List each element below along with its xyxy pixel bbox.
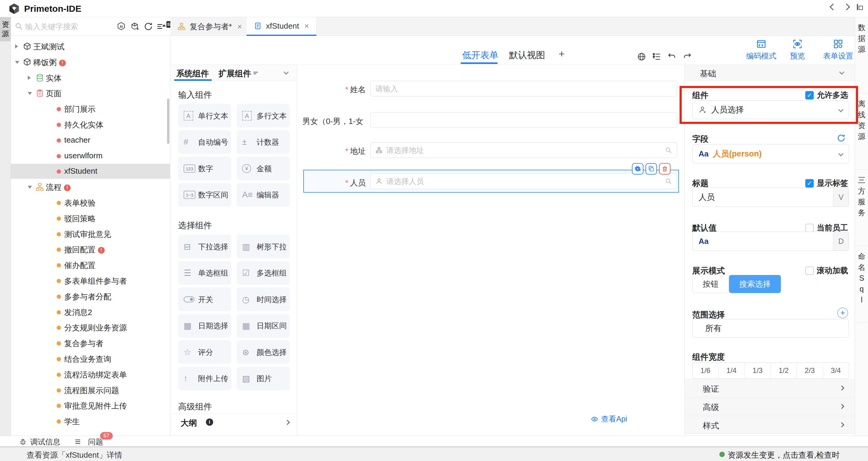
field-copy-button[interactable] <box>646 163 657 175</box>
inspector-header[interactable]: 基础 <box>685 65 855 81</box>
display-mode-button-option[interactable]: 按钮 <box>692 275 729 293</box>
tree-expand-icon[interactable] <box>15 44 18 49</box>
tab-xfstudent[interactable]: xfStudent × <box>247 17 316 36</box>
show-label-checkbox[interactable]: ✓ 显示标签 <box>805 178 848 188</box>
problems-list-icon[interactable] <box>74 438 82 445</box>
debug-info-button[interactable]: 调试信息 <box>30 437 60 447</box>
tab-extension-components[interactable]: 扩展组件 <box>219 68 251 79</box>
tree-item-学生[interactable]: 学生 <box>11 414 170 429</box>
rail-tab-命名Sql[interactable]: 命名Sql <box>855 246 868 322</box>
form-settings-button[interactable]: 表单设置 <box>818 39 858 61</box>
person-input[interactable] <box>370 173 677 189</box>
rail-tab-数据源[interactable]: 数据源 <box>855 17 868 93</box>
default-dynamic-button[interactable]: D <box>833 232 849 250</box>
tree-item-复合参与者[interactable]: 复合参与者 <box>11 336 170 351</box>
globe-icon[interactable] <box>637 52 646 61</box>
field-delete-button[interactable] <box>659 163 671 175</box>
tree-item-页面[interactable]: 页面 <box>11 86 170 101</box>
palette-item-评分[interactable]: ☆评分 <box>178 340 231 364</box>
tree-item-分支规则业务资源[interactable]: 分支规则业务资源 <box>11 320 170 335</box>
outline-tree-icon[interactable] <box>652 52 661 61</box>
name-input-field[interactable] <box>375 85 672 93</box>
section-validation[interactable]: 验证 <box>685 379 855 397</box>
range-value-box[interactable]: 所有 <box>692 319 849 338</box>
debug-bug-icon[interactable] <box>19 437 27 445</box>
redo-icon[interactable] <box>683 52 692 61</box>
palette-list-icon[interactable] <box>252 70 259 77</box>
nav-forward-icon[interactable] <box>844 4 849 10</box>
palette-item-多行文本[interactable]: A多行文本 <box>237 104 290 127</box>
component-type-select[interactable]: 人员选择 <box>692 100 849 119</box>
field-binding-select[interactable]: Aa 人员(person) <box>692 144 849 163</box>
tree-item-xfStudent[interactable]: xfStudent <box>11 164 170 179</box>
palette-item-单行文本[interactable]: A单行文本 <box>178 104 231 127</box>
palette-item-单选框组[interactable]: ☰单选框组 <box>178 261 231 285</box>
default-value-input[interactable]: Aa D <box>692 232 849 251</box>
display-mode-search-option[interactable]: 搜索选择 <box>729 275 781 293</box>
tab-system-components[interactable]: 系统组件 <box>176 68 209 79</box>
tree-scrollbar[interactable] <box>167 99 169 144</box>
ai-assistant-icon[interactable]: AI <box>116 22 126 31</box>
tree-item-撤回配置[interactable]: 撤回配置! <box>11 242 170 257</box>
resource-changed-message[interactable]: 资源发生变更，点击查看,检查时间:14:23 <box>728 450 868 461</box>
palette-item-颜色选择[interactable]: ⊛颜色选择 <box>237 340 290 364</box>
width-option-1/6[interactable]: 1/6 <box>692 363 719 378</box>
tab-lowcode-form[interactable]: 低开表单 <box>462 49 498 62</box>
palette-item-自动编号[interactable]: #自动编号 <box>178 130 231 154</box>
tree-item-驳回策略[interactable]: 驳回策略 <box>11 211 170 226</box>
tree-item-流程活动绑定表单[interactable]: 流程活动绑定表单 <box>11 367 170 382</box>
tree-item-结合业务查询[interactable]: 结合业务查询 <box>11 351 170 366</box>
tab-default-view[interactable]: 默认视图 <box>509 49 545 62</box>
palette-item-日期区间[interactable]: ▦日期区间 <box>237 314 290 338</box>
palette-item-计数器[interactable]: ±计数器 <box>237 130 290 154</box>
tree-item-流程图展示问题[interactable]: 流程图展示问题 <box>11 382 170 398</box>
tree-item-表单校验[interactable]: 表单校验 <box>11 195 170 210</box>
collapse-icon[interactable] <box>839 70 844 75</box>
view-api-link[interactable]: 查看Api <box>591 414 627 424</box>
gender-input[interactable] <box>370 112 677 128</box>
tree-expand-icon[interactable] <box>28 92 32 95</box>
address-input-field[interactable] <box>386 146 661 155</box>
name-input[interactable] <box>370 81 677 96</box>
palette-item-数字区间[interactable]: 1~3数字区间 <box>178 183 231 207</box>
window-panel-icon[interactable] <box>857 4 858 10</box>
width-option-1/4[interactable]: 1/4 <box>719 363 745 378</box>
palette-item-附件上传[interactable]: ↑附件上传 <box>178 367 231 391</box>
palette-item-日期选择[interactable]: ▦日期选择 <box>178 314 231 338</box>
palette-item-数字[interactable]: 123数字 <box>178 156 231 180</box>
tree-expand-icon[interactable] <box>28 186 32 189</box>
search-input[interactable] <box>25 21 110 32</box>
checkbox-unchecked-icon[interactable] <box>805 224 814 232</box>
tree-item-稀饭粥[interactable]: 稀饭粥! <box>11 55 170 70</box>
checkbox-checked-icon[interactable]: ✓ <box>805 91 814 99</box>
tree-expand-icon[interactable] <box>15 61 19 64</box>
rail-tab-resource[interactable]: 资源 <box>0 17 11 41</box>
width-option-1/2[interactable]: 1/2 <box>771 363 797 378</box>
width-option-2/3[interactable]: 2/3 <box>797 363 823 378</box>
new-resource-icon[interactable] <box>130 22 140 31</box>
rail-tab-三方服务[interactable]: 三方服务 <box>855 170 868 246</box>
outline-bar[interactable]: 大纲 i <box>170 414 297 431</box>
sort-filter-icon[interactable] <box>156 22 166 31</box>
scroll-load-checkbox[interactable]: 滚动加载 <box>805 265 848 276</box>
range-add-icon[interactable]: + <box>837 308 848 318</box>
nav-back-icon[interactable] <box>831 4 835 10</box>
tree-item-实体[interactable]: 实体 <box>11 70 170 85</box>
person-input-field[interactable] <box>386 177 661 186</box>
title-variable-button[interactable]: V <box>833 188 849 207</box>
width-option-3/4[interactable]: 3/4 <box>823 363 849 378</box>
tab-close-icon[interactable]: × <box>305 22 309 31</box>
preview-button[interactable]: 预览 <box>784 39 811 61</box>
tree-item-审批意见附件上传[interactable]: 审批意见附件上传 <box>11 398 170 413</box>
rail-tab-离线资源[interactable]: 离线资源 <box>855 93 868 170</box>
field-settings-button[interactable] <box>632 163 643 175</box>
address-input[interactable] <box>370 142 677 158</box>
checkbox-unchecked-icon[interactable] <box>805 267 814 275</box>
gender-input-field[interactable] <box>375 116 672 125</box>
tree-item-多表单组件参与者[interactable]: 多表单组件参与者 <box>11 273 170 288</box>
tree-item-流程[interactable]: 流程! <box>11 179 170 194</box>
section-advanced[interactable]: 高级 <box>685 398 855 416</box>
palette-item-时间选择[interactable]: ◷时间选择 <box>237 287 290 311</box>
palette-item-开关[interactable]: 开关 <box>178 287 231 311</box>
palette-item-编辑器[interactable]: A≡编辑器 <box>237 183 290 207</box>
